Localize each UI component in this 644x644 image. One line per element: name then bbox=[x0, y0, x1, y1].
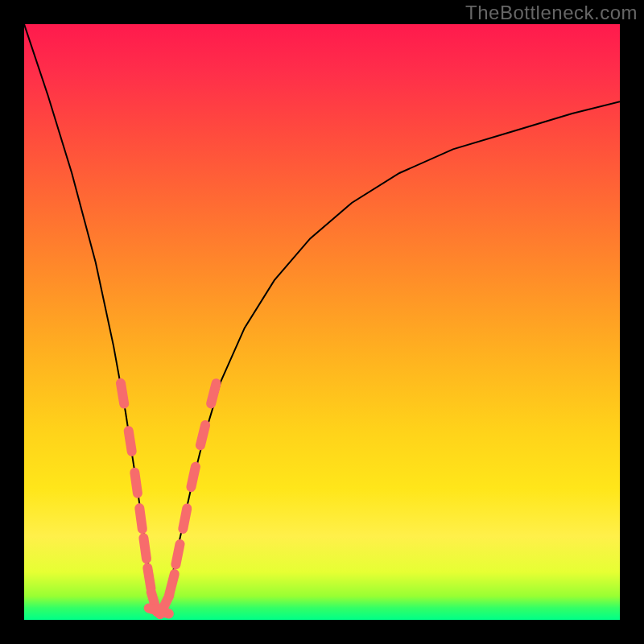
marker-point bbox=[175, 544, 180, 564]
marker-point bbox=[191, 467, 196, 487]
marker-point bbox=[169, 574, 175, 594]
marker-point bbox=[134, 473, 138, 493]
marker-point bbox=[129, 431, 132, 452]
marker-point bbox=[147, 568, 151, 588]
marker-point bbox=[211, 383, 217, 403]
chart-svg bbox=[24, 24, 620, 620]
watermark-text: TheBottleneck.com bbox=[465, 2, 638, 24]
marker-point bbox=[121, 383, 124, 404]
trough-markers bbox=[121, 383, 217, 614]
bottleneck-curve bbox=[24, 24, 620, 614]
marker-point bbox=[139, 508, 142, 529]
marker-point bbox=[183, 509, 187, 529]
chart-frame: TheBottleneck.com bbox=[0, 0, 644, 644]
marker-point bbox=[143, 538, 147, 559]
marker-point bbox=[200, 425, 205, 445]
plot-area bbox=[24, 24, 620, 620]
